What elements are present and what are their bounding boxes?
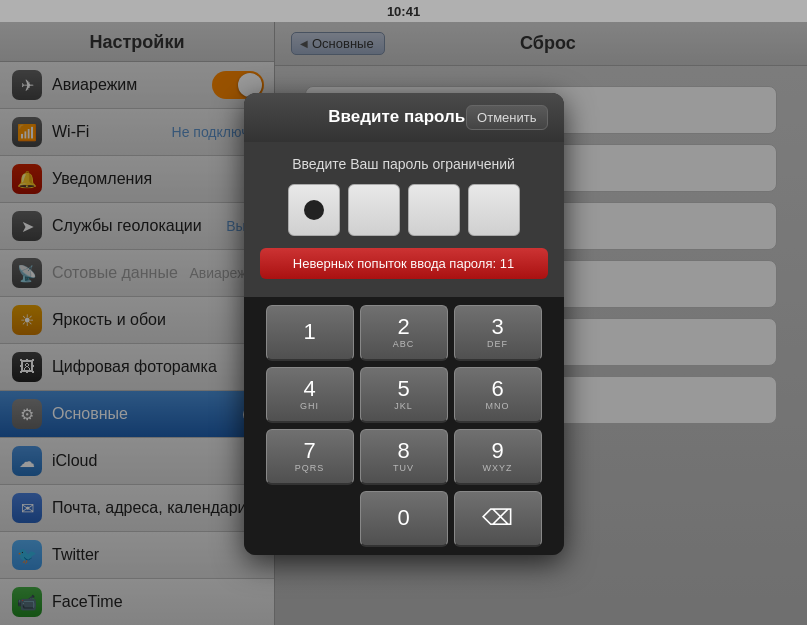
num-main-0-2: 3 [491, 315, 503, 339]
status-time: 10:41 [387, 4, 420, 19]
error-banner: Неверных попыток ввода пароля: 11 [260, 248, 548, 279]
num-main-0-1: 2 [397, 315, 409, 339]
status-bar: 10:41 [0, 0, 807, 22]
numpad-row-3: 0⌫ [252, 491, 556, 547]
num-key-2-0[interactable]: 7PQRS [266, 429, 354, 485]
modal-overlay: Введите пароль Отменить Введите Ваш паро… [0, 22, 807, 625]
num-sub-1-0: GHI [300, 401, 319, 411]
dialog-prompt: Введите Ваш пароль ограничений [260, 156, 548, 172]
password-dialog: Введите пароль Отменить Введите Ваш паро… [244, 93, 564, 555]
numpad: 12ABC3DEF4GHI5JKL6MNO7PQRS8TUV9WXYZ0⌫ [244, 297, 564, 555]
numpad-row-0: 12ABC3DEF [252, 305, 556, 361]
dialog-title: Введите пароль [328, 107, 467, 127]
num-main-1-1: 5 [397, 377, 409, 401]
num-main-2-0: 7 [303, 439, 315, 463]
numpad-row-2: 7PQRS8TUV9WXYZ [252, 429, 556, 485]
num-sub-0-2: DEF [487, 339, 508, 349]
num-main-2-2: 9 [491, 439, 503, 463]
num-key-0-2[interactable]: 3DEF [454, 305, 542, 361]
right-panel: ◀ Основные Сброс Сбросить все настройкиС… [275, 22, 807, 625]
num-sub-2-0: PQRS [295, 463, 325, 473]
num-main-3-2: ⌫ [482, 506, 513, 530]
num-key-0-0[interactable]: 1 [266, 305, 354, 361]
cancel-button[interactable]: Отменить [466, 105, 547, 130]
num-key-2-1[interactable]: 8TUV [360, 429, 448, 485]
num-sub-2-2: WXYZ [483, 463, 513, 473]
pin-dot-4 [468, 184, 520, 236]
main-layout: Настройки ✈Авиарежим📶Wi-FiНе подключен🔔У… [0, 22, 807, 625]
numpad-row-1: 4GHI5JKL6MNO [252, 367, 556, 423]
num-sub-1-2: MNO [486, 401, 510, 411]
dialog-header: Введите пароль Отменить [244, 93, 564, 142]
num-main-3-1: 0 [397, 506, 409, 530]
num-key-1-1[interactable]: 5JKL [360, 367, 448, 423]
num-key-3-2[interactable]: ⌫ [454, 491, 542, 547]
num-main-1-2: 6 [491, 377, 503, 401]
num-key-2-2[interactable]: 9WXYZ [454, 429, 542, 485]
num-sub-1-1: JKL [394, 401, 413, 411]
num-key-1-2[interactable]: 6MNO [454, 367, 542, 423]
num-key-3-0 [266, 491, 354, 547]
pin-dot-3 [408, 184, 460, 236]
num-key-3-1[interactable]: 0 [360, 491, 448, 547]
pin-dot-2 [348, 184, 400, 236]
pin-dot-1 [288, 184, 340, 236]
num-key-1-0[interactable]: 4GHI [266, 367, 354, 423]
num-sub-0-1: ABC [393, 339, 415, 349]
num-main-2-1: 8 [397, 439, 409, 463]
num-sub-2-1: TUV [393, 463, 414, 473]
pin-dots [260, 184, 548, 236]
num-key-0-1[interactable]: 2ABC [360, 305, 448, 361]
dot-filled-icon [304, 200, 324, 220]
num-main-0-0: 1 [303, 320, 315, 344]
num-main-1-0: 4 [303, 377, 315, 401]
dialog-body: Введите Ваш пароль ограничений Неверных … [244, 142, 564, 297]
